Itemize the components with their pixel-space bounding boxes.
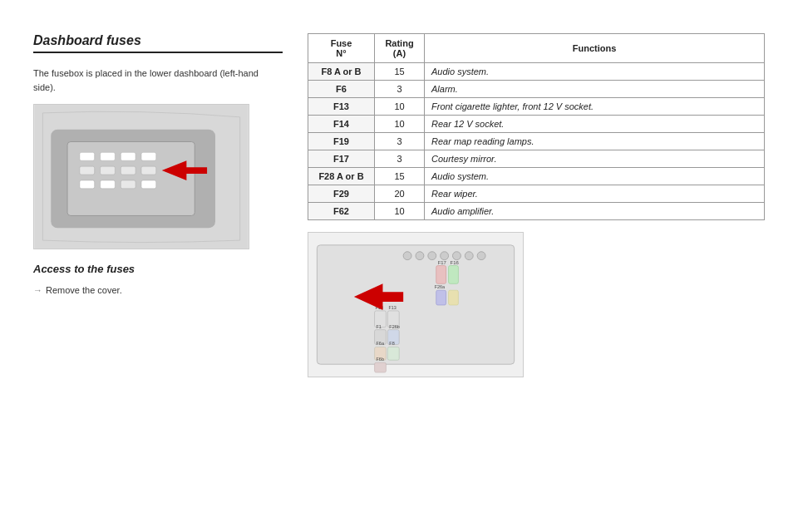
fuse-table: FuseN° Rating(A) Functions F8 A or B15Au…: [308, 33, 765, 220]
fuse-function-cell: Courtesy mirror.: [425, 150, 765, 168]
table-row: F63Alarm.: [308, 81, 765, 98]
table-header-fuse: FuseN°: [308, 34, 375, 63]
fuse-rating-cell: 3: [375, 150, 425, 168]
svg-rect-4: [101, 152, 116, 160]
fuse-box-svg: [34, 105, 249, 249]
fuse-function-cell: Audio amplifier.: [425, 203, 765, 220]
access-title: Access to the fuses: [33, 263, 283, 275]
svg-rect-25: [436, 266, 446, 284]
fuse-number-cell: F6: [308, 81, 375, 98]
fuse-function-cell: Alarm.: [425, 81, 765, 98]
table-row: F8 A or B15Audio system.: [308, 63, 765, 81]
fuse-rating-cell: 15: [375, 168, 425, 185]
svg-point-21: [441, 252, 449, 260]
svg-rect-10: [141, 166, 156, 175]
table-header-rating: Rating(A): [375, 34, 425, 63]
fuse-rating-cell: 15: [375, 63, 425, 81]
svg-rect-7: [80, 166, 95, 175]
access-step-1: → Remove the cover.: [33, 285, 283, 295]
fuse-function-cell: Rear map reading lamps.: [425, 133, 765, 150]
section-description: The fusebox is placed in the lower dashb…: [33, 66, 283, 94]
table-header-functions: Functions: [425, 34, 765, 63]
svg-rect-13: [121, 180, 135, 189]
fuse-rating-cell: 20: [375, 185, 425, 203]
right-column: FuseN° Rating(A) Functions F8 A or B15Au…: [308, 33, 765, 515]
bullet-icon: →: [33, 285, 42, 295]
svg-point-18: [403, 252, 411, 260]
svg-text:F1: F1: [377, 324, 382, 329]
table-row: F193Rear map reading lamps.: [308, 133, 765, 150]
fuse-rating-cell: 10: [375, 116, 425, 133]
fuse-function-cell: Audio system.: [425, 63, 765, 81]
fuse-number-cell: F17: [308, 150, 375, 168]
svg-text:F17: F17: [438, 260, 446, 265]
table-row: F1410Rear 12 V socket.: [308, 116, 765, 133]
svg-text:F26b: F26b: [389, 324, 399, 329]
svg-rect-8: [101, 166, 116, 175]
svg-rect-6: [141, 152, 156, 160]
fuse-diagram-image: F17 F16 F26a F14 F13 F1 F26b F6a: [308, 232, 524, 377]
svg-text:F6b: F6b: [377, 357, 384, 362]
fuse-function-cell: Front cigarette lighter, front 12 V sock…: [425, 98, 765, 116]
table-row: F1310Front cigarette lighter, front 12 V…: [308, 98, 765, 116]
table-row: F173Courtesy mirror.: [308, 150, 765, 168]
fuse-function-cell: Rear wiper.: [425, 185, 765, 203]
svg-rect-17: [317, 245, 514, 364]
svg-rect-11: [80, 180, 95, 189]
fuse-rating-cell: 3: [375, 81, 425, 98]
fuse-number-cell: F29: [308, 185, 375, 203]
fuse-number-cell: F13: [308, 98, 375, 116]
svg-text:F6a: F6a: [377, 341, 385, 346]
svg-point-19: [416, 252, 424, 260]
svg-text:F16: F16: [451, 260, 460, 265]
fuse-function-cell: Rear 12 V socket.: [425, 116, 765, 133]
fuse-rating-cell: 10: [375, 203, 425, 220]
table-row: F2920Rear wiper.: [308, 185, 765, 203]
page-container: Dashboard fuses The fusebox is placed in…: [0, 0, 798, 532]
svg-rect-14: [141, 180, 156, 189]
svg-text:F13: F13: [388, 305, 396, 310]
svg-rect-29: [436, 290, 446, 305]
svg-rect-5: [121, 152, 135, 160]
svg-rect-41: [387, 347, 399, 360]
svg-rect-26: [449, 266, 459, 284]
svg-rect-44: [375, 362, 387, 372]
svg-point-24: [477, 252, 485, 260]
fuse-number-cell: F8 A or B: [308, 63, 375, 81]
svg-text:F8: F8: [389, 341, 394, 346]
fuse-number-cell: F14: [308, 116, 375, 133]
fuse-number-cell: F62: [308, 203, 375, 220]
section-title: Dashboard fuses: [33, 33, 283, 53]
fuse-rating-cell: 3: [375, 133, 425, 150]
svg-point-23: [465, 252, 473, 260]
fuse-rating-cell: 10: [375, 98, 425, 116]
table-row: F6210Audio amplifier.: [308, 203, 765, 220]
svg-point-20: [428, 252, 436, 260]
fuse-function-cell: Audio system.: [425, 168, 765, 185]
svg-point-22: [452, 252, 461, 260]
svg-rect-9: [121, 166, 135, 175]
svg-rect-12: [101, 180, 116, 189]
left-column: Dashboard fuses The fusebox is placed in…: [33, 33, 283, 515]
svg-text:F26a: F26a: [435, 284, 446, 289]
fuse-box-image: [33, 104, 249, 249]
fuse-diagram-svg: F17 F16 F26a F14 F13 F1 F26b F6a: [308, 233, 523, 377]
table-row: F28 A or B15Audio system.: [308, 168, 765, 185]
fuse-number-cell: F19: [308, 133, 375, 150]
fuse-number-cell: F28 A or B: [308, 168, 375, 185]
svg-rect-30: [449, 290, 459, 305]
svg-rect-3: [80, 152, 95, 160]
